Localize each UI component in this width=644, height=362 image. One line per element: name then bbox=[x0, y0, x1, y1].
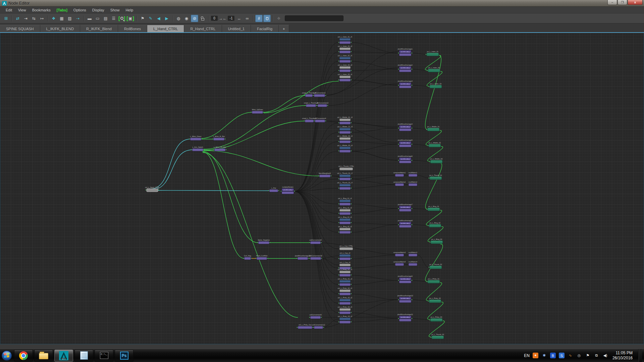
connection-wire-green[interactable] bbox=[203, 121, 305, 150]
node-port[interactable] bbox=[317, 105, 317, 106]
node-port[interactable] bbox=[321, 258, 322, 259]
node-port[interactable] bbox=[338, 267, 339, 268]
node-port[interactable] bbox=[429, 319, 430, 320]
node-multMatrix1[interactable] bbox=[409, 174, 417, 177]
update-tray-icon[interactable]: ✱ bbox=[541, 353, 547, 358]
node-port[interactable] bbox=[267, 258, 268, 259]
connection-wire-black[interactable] bbox=[351, 175, 394, 179]
node-port[interactable] bbox=[351, 141, 352, 142]
node-port[interactable] bbox=[338, 141, 339, 142]
node-port[interactable] bbox=[351, 258, 352, 259]
add-to-graph-button[interactable]: ▦ bbox=[58, 15, 65, 22]
node-ctrl_L_Ring_02_rZ[interactable] bbox=[339, 231, 351, 234]
connection-wire-black[interactable] bbox=[322, 319, 339, 327]
connection-wire-black[interactable] bbox=[323, 300, 398, 327]
node-port[interactable] bbox=[297, 327, 298, 328]
node-ctrl_L_Thumb_02_rY-title[interactable] bbox=[339, 184, 351, 186]
node-port[interactable] bbox=[427, 70, 428, 71]
expand-connections-button[interactable]: ⇢ bbox=[74, 15, 82, 22]
node-ctrl_L_Pinky_02_rX-title[interactable] bbox=[339, 290, 351, 292]
node-plusMinusAverage4-body[interactable] bbox=[399, 128, 411, 131]
show-desktop-button[interactable] bbox=[638, 349, 642, 362]
connection-wire-black[interactable] bbox=[351, 61, 398, 69]
node-unitConversion3[interactable] bbox=[318, 104, 327, 107]
node-ctrl_L_Index_01_rZ-title[interactable] bbox=[339, 48, 351, 50]
node-ctrl_L_Middle_03_rX-title[interactable] bbox=[339, 147, 351, 149]
node-port[interactable] bbox=[321, 317, 322, 318]
taskbar-notepad-button[interactable] bbox=[74, 350, 93, 362]
tab-l-ik-fk-blend[interactable]: L_IK/FK_BLEND bbox=[40, 25, 80, 32]
connection-wire-black[interactable] bbox=[412, 53, 426, 54]
connection-wire-black[interactable] bbox=[294, 123, 338, 191]
node-ctrl_L_Cup_rX-title[interactable] bbox=[339, 264, 351, 266]
connection-wire-black[interactable] bbox=[418, 175, 429, 178]
node-port[interactable] bbox=[398, 318, 399, 319]
connection-wire-black[interactable] bbox=[294, 191, 338, 303]
connection-wire-black[interactable] bbox=[294, 142, 338, 191]
node-port[interactable] bbox=[338, 132, 339, 132]
node-port[interactable] bbox=[412, 53, 412, 53]
node-plusMinusAverage25[interactable] bbox=[298, 257, 308, 260]
node-port[interactable] bbox=[338, 312, 339, 313]
node-port[interactable] bbox=[351, 267, 352, 268]
connection-wire-black[interactable] bbox=[351, 275, 398, 280]
node-port[interactable] bbox=[426, 129, 427, 130]
node-ctrl_L_Thumb_02_rY[interactable] bbox=[339, 187, 351, 190]
node-port[interactable] bbox=[338, 222, 339, 223]
tab-r-hand-ctrl[interactable]: R_Hand_CTRL bbox=[184, 25, 222, 32]
connection-wire-black[interactable] bbox=[294, 191, 338, 232]
node-port[interactable] bbox=[351, 79, 352, 80]
connection-wire-black[interactable] bbox=[321, 243, 394, 254]
node-port[interactable] bbox=[338, 178, 339, 179]
display-custom-button[interactable]: ☰ bbox=[110, 15, 117, 22]
node-port[interactable] bbox=[426, 54, 426, 55]
connection-wire-black[interactable] bbox=[294, 61, 338, 191]
input-output-connections-button[interactable]: ⇆ bbox=[30, 15, 38, 22]
tab-add-button[interactable]: + bbox=[279, 25, 289, 32]
node-port[interactable] bbox=[263, 112, 264, 113]
node-port[interactable] bbox=[257, 242, 258, 243]
node-port[interactable] bbox=[428, 301, 429, 301]
remove-from-graph-button[interactable]: ▨ bbox=[66, 15, 73, 22]
connection-wire-black[interactable] bbox=[351, 280, 398, 285]
node-port[interactable] bbox=[429, 178, 429, 178]
node-port[interactable] bbox=[412, 299, 412, 300]
node-plusMinusAverage9-body[interactable] bbox=[399, 281, 411, 283]
connection-wire-green[interactable] bbox=[429, 321, 445, 337]
node-port[interactable] bbox=[351, 42, 352, 43]
connection-wire-black[interactable] bbox=[294, 191, 338, 249]
unlimited-depth-button[interactable]: ∞ bbox=[244, 15, 251, 22]
node-plusMinusAverage3-body[interactable] bbox=[399, 85, 411, 88]
node-port[interactable] bbox=[351, 61, 352, 61]
connection-wire-black[interactable] bbox=[321, 256, 339, 258]
tab-r-ik-fk-blend[interactable]: R_IK/FK_Blend bbox=[80, 25, 118, 32]
tab-l-hand-ctrl[interactable]: L_Hand_CTRL bbox=[147, 25, 184, 32]
node-ctrl_L_Ring_02_rX-title[interactable] bbox=[339, 219, 351, 221]
node-ctrl_L_Pinky_02_rZ[interactable] bbox=[339, 302, 351, 305]
connection-wire-black[interactable] bbox=[351, 123, 398, 128]
node-port[interactable] bbox=[243, 258, 244, 259]
node-ctrl_L_Cup_rZ[interactable] bbox=[339, 257, 351, 260]
node-port[interactable] bbox=[351, 284, 352, 285]
node-ctrl_L_Ring_01_rX[interactable] bbox=[339, 203, 351, 205]
node-L_Wrist_Orient[interactable] bbox=[190, 138, 201, 140]
node-port[interactable] bbox=[338, 122, 339, 123]
increase-depth-button[interactable]: ↔ bbox=[235, 15, 243, 22]
connection-wire-black[interactable] bbox=[412, 85, 429, 86]
node-port[interactable] bbox=[351, 293, 352, 294]
node-port[interactable] bbox=[318, 176, 319, 176]
create-node-button[interactable]: ⊞ bbox=[2, 15, 10, 22]
node-ctrl_L_Thumb_01_rY-title[interactable] bbox=[339, 175, 351, 177]
node-L_Arm_Switch[interactable] bbox=[192, 148, 203, 151]
node-port[interactable] bbox=[351, 213, 352, 214]
node-port[interactable] bbox=[251, 258, 252, 259]
node-port[interactable] bbox=[412, 128, 412, 128]
node-port[interactable] bbox=[338, 61, 339, 61]
close-button[interactable]: x bbox=[628, 0, 643, 5]
menu-edit[interactable]: Edit bbox=[3, 7, 15, 13]
node-graph-canvas[interactable]: plusMinusAvgmultiplyDivide1ctrl_L_Index_… bbox=[0, 32, 644, 344]
node-port[interactable] bbox=[412, 160, 412, 161]
node-plusMinusAverage5[interactable] bbox=[399, 141, 411, 144]
connection-wire-black[interactable] bbox=[351, 128, 398, 132]
node-port[interactable] bbox=[429, 267, 429, 267]
